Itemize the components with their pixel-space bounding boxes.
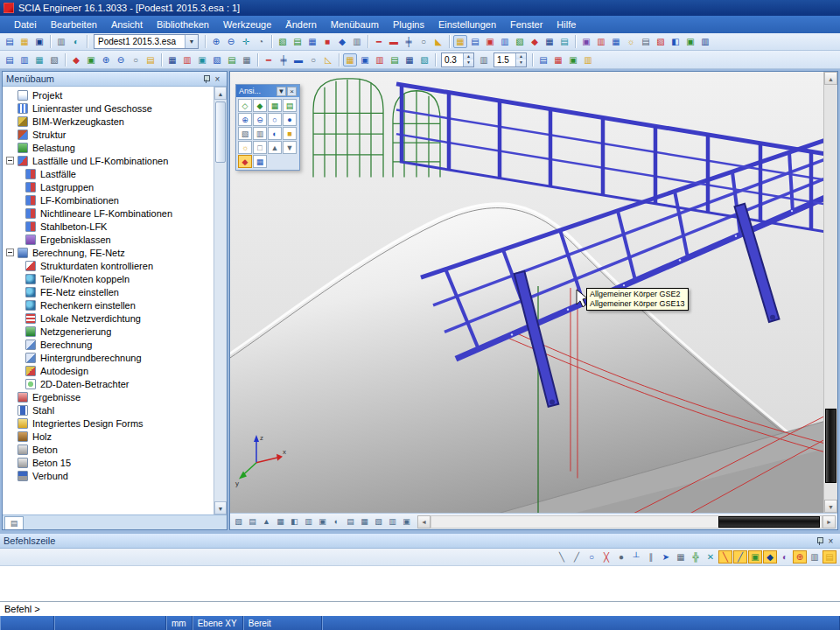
toolbar-icon[interactable]: ◆ (335, 35, 349, 48)
snap-ortho-icon[interactable]: ✕ (704, 550, 718, 564)
tree-item-lokale-netzverdichtung[interactable]: Lokale Netzverdichtung (3, 312, 214, 325)
toolbar-icon[interactable]: ╪ (276, 53, 290, 66)
toolbar-icon[interactable]: ▦ (453, 35, 467, 48)
snap-arc-icon[interactable]: ╱ (570, 550, 584, 564)
view-side-icon[interactable]: ◧ (288, 515, 301, 528)
snap-perp-icon[interactable]: ┴ (629, 550, 643, 564)
toolbar-icon[interactable]: ╪ (402, 35, 416, 48)
toolbar-icon[interactable]: ☼ (624, 35, 638, 48)
toolbar-icon[interactable]: ━ (372, 35, 386, 48)
rotate-icon[interactable]: ◔ (254, 35, 268, 48)
new-icon[interactable]: ▤ (3, 35, 17, 48)
toolbar-icon[interactable]: ▤ (3, 53, 17, 66)
tree-item-rechenkern-einstellen[interactable]: Rechenkern einstellen (3, 298, 214, 312)
collapse-icon[interactable] (6, 157, 14, 164)
toolbar-icon[interactable]: ▤ (290, 35, 304, 48)
toolbar-icon[interactable]: ▦ (402, 53, 416, 66)
toolbar-icon[interactable]: ○ (306, 53, 320, 66)
tree-item-ergebnisklassen[interactable]: Ergebnisklassen (3, 233, 214, 246)
status-unit[interactable]: mm (166, 616, 192, 630)
toolbar-icon[interactable]: ▬ (291, 53, 305, 66)
vscrollbar-thumb[interactable] (825, 409, 836, 483)
toolbar-icon[interactable]: ▣ (579, 35, 593, 48)
toolbar-icon[interactable]: ▥ (477, 53, 491, 66)
snap-settings-icon[interactable]: ▤ (822, 550, 836, 564)
pin-icon[interactable] (814, 536, 825, 547)
render-icon[interactable]: ▥ (302, 515, 315, 528)
toolbar-icon[interactable]: ■ (320, 35, 334, 48)
scale-spinner-2[interactable]: 1.5 ▲▼ (494, 52, 527, 67)
toolbar-icon[interactable]: ▧ (47, 53, 61, 66)
snap-parallel-icon[interactable]: ∥ (644, 550, 658, 564)
perspective-icon[interactable]: ▧ (232, 515, 245, 528)
spinner-arrows[interactable]: ▲▼ (463, 53, 473, 66)
toolbar-icon[interactable]: ▥ (350, 35, 364, 48)
zoom-all-icon[interactable]: ○ (268, 113, 282, 126)
shading-icon[interactable]: ◐ (268, 127, 282, 140)
spin-up-icon[interactable]: ▲ (516, 53, 526, 60)
toolbar-icon[interactable]: ▦ (542, 35, 556, 48)
menu-einstellungen[interactable]: Einstellungen (431, 18, 503, 32)
menu-bearbeiten[interactable]: Bearbeiten (44, 18, 104, 32)
snap-grid-icon[interactable]: ▦ (674, 550, 688, 564)
toolbar-icon[interactable]: ▣ (483, 35, 497, 48)
tree-item-stahl[interactable]: Stahl (3, 403, 214, 416)
spin-down-icon[interactable]: ▼ (464, 60, 473, 66)
menu-menubaum[interactable]: Menübaum (324, 18, 386, 32)
help-icon[interactable]: ▥ (698, 35, 712, 48)
snap-node-icon[interactable]: ◆ (763, 550, 777, 564)
labels-icon[interactable]: ▤ (344, 515, 357, 528)
floating-view-toolbar[interactable]: Ansi... ▼ × ◇ ◆ ▦ ▤ ⊕ ⊖ ○ ● ▧ ▥ (235, 84, 300, 171)
toolbar-icon[interactable]: ◺ (321, 53, 335, 66)
toolbar-icon[interactable]: ▤ (639, 35, 653, 48)
toolbar-icon[interactable]: ▥ (180, 53, 194, 66)
scrollbar-thumb[interactable] (215, 102, 226, 163)
snap-point-icon[interactable]: ● (614, 550, 628, 564)
snap-center-icon[interactable]: ⊕ (793, 550, 807, 564)
tree-item-lastgruppen[interactable]: Lastgruppen (3, 180, 214, 193)
toolbar-icon[interactable]: ▧ (417, 53, 431, 66)
toolbar-icon[interactable]: ○ (416, 35, 430, 48)
clipping-box-icon[interactable]: ◆ (238, 155, 252, 168)
toolbar-icon[interactable]: ▧ (513, 35, 527, 48)
view-mode-icon[interactable]: ▤ (246, 515, 259, 528)
tree-item-holz[interactable]: Holz (3, 430, 214, 443)
snap-midpoint-icon[interactable]: ╱ (733, 550, 747, 564)
scale-spinner-1[interactable]: 0.3 ▲▼ (441, 52, 474, 67)
close-icon[interactable]: × (212, 74, 223, 85)
tree-item-verbund[interactable]: Verbund (3, 469, 214, 482)
toolbar-icon[interactable]: ▦ (165, 53, 179, 66)
toolbar-icon[interactable]: ▤ (225, 53, 239, 66)
tree-item-stahlbeton-lfk[interactable]: Stahlbeton-LFK (3, 220, 214, 233)
spinner-arrows[interactable]: ▲▼ (515, 53, 526, 66)
toolbar-icon[interactable]: ▤ (388, 53, 402, 66)
menu-hilfe[interactable]: Hilfe (550, 18, 583, 32)
tree-item-2d-daten-betrachter[interactable]: 2D-Daten-Betrachter (3, 377, 214, 390)
toolbar-icon[interactable]: ▤ (557, 35, 571, 48)
tree-item-berechnung[interactable]: Berechnung (3, 338, 214, 351)
shade-icon[interactable]: ◐ (330, 515, 343, 528)
view-z-icon[interactable]: ▦ (268, 99, 282, 112)
toolbar-icon[interactable]: ▧ (210, 53, 224, 66)
snap-mid-icon[interactable]: ╬ (689, 550, 703, 564)
toolbar-icon[interactable]: ▦ (305, 35, 319, 48)
toolbar-icon[interactable]: ▥ (594, 35, 608, 48)
toolbar-icon[interactable]: ▬ (387, 35, 401, 48)
view-front-icon[interactable]: ▦ (274, 515, 287, 528)
toolbar-icon[interactable]: ▣ (566, 53, 580, 66)
viewport-3d-canvas[interactable]: z x y (230, 72, 823, 513)
toolbar-icon[interactable]: ▤ (536, 53, 550, 66)
toolbar-icon[interactable]: ▥ (18, 53, 32, 66)
clip-up-icon[interactable]: ▲ (268, 141, 282, 154)
scroll-right-icon[interactable]: ► (822, 515, 836, 528)
toolbar-icon[interactable]: ▥ (498, 35, 512, 48)
floating-toolbar-header[interactable]: Ansi... ▼ × (236, 85, 299, 97)
snap-circle-icon[interactable]: ○ (584, 550, 598, 564)
view-settings-icon[interactable]: ▦ (253, 155, 267, 168)
layers-icon[interactable]: ▧ (372, 515, 385, 528)
view-x-icon[interactable]: ◇ (238, 99, 252, 112)
menu-werkzeuge[interactable]: Werkzeuge (216, 18, 278, 32)
toolbar-icon[interactable]: ▦ (609, 35, 623, 48)
grid-toggle-icon[interactable]: ▦ (358, 515, 371, 528)
scroll-up-icon[interactable]: ▲ (824, 72, 837, 85)
